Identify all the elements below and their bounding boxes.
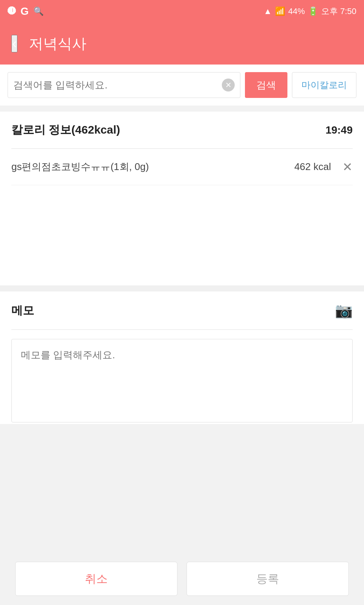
food-item-delete-button[interactable]: ✕ xyxy=(342,161,353,173)
food-item-name: gs편의점초코빙수ㅠㅠ(1회, 0g) xyxy=(11,160,294,173)
calorie-info-title: 칼로리 정보(462kcal) xyxy=(11,122,120,138)
action-buttons: 취소 등록 xyxy=(0,553,364,605)
memo-input-wrapper xyxy=(11,339,353,424)
section-separator xyxy=(0,285,364,291)
bottom-space xyxy=(0,433,364,479)
memo-section: 메모 📷 xyxy=(0,291,364,424)
action-button-spacer xyxy=(0,479,364,531)
calorie-item-list: gs편의점초코빙수ㅠㅠ(1회, 0g) 462 kcal ✕ xyxy=(11,149,353,285)
time-display: 오후 7:50 xyxy=(321,6,356,17)
page-title: 저녁식사 xyxy=(29,34,86,54)
u-icon: 🅤 xyxy=(8,6,16,16)
search-section: ✕ 검색 마이칼로리 xyxy=(0,65,364,106)
food-item: gs편의점초코빙수ㅠㅠ(1회, 0g) 462 kcal ✕ xyxy=(11,149,353,185)
signal-icon: 📶 xyxy=(275,6,285,16)
calorie-info-header: 칼로리 정보(462kcal) 19:49 xyxy=(11,112,353,149)
search-button[interactable]: 검색 xyxy=(245,72,287,98)
g-icon: G xyxy=(20,5,29,17)
battery-level: 44% xyxy=(288,6,305,16)
camera-button[interactable]: 📷 xyxy=(335,302,353,319)
search-icon: 🔍 xyxy=(33,6,44,16)
search-input[interactable] xyxy=(13,79,222,91)
app-header: ‹ 저녁식사 xyxy=(0,23,364,65)
search-input-wrapper: ✕ xyxy=(8,72,240,98)
memo-textarea[interactable] xyxy=(11,339,353,422)
cancel-button[interactable]: 취소 xyxy=(15,562,177,596)
status-bar-left: 🅤 G 🔍 xyxy=(8,5,44,17)
memo-title: 메모 xyxy=(11,303,34,318)
food-item-kcal: 462 kcal xyxy=(294,161,331,173)
status-bar-right: ▲ 📶 44% 🔋 오후 7:50 xyxy=(264,6,356,17)
camera-icon: 📷 xyxy=(335,302,353,318)
calorie-info-time: 19:49 xyxy=(325,124,353,136)
back-button[interactable]: ‹ xyxy=(11,35,17,52)
calorie-info-section: 칼로리 정보(462kcal) 19:49 gs편의점초코빙수ㅠㅠ(1회, 0g… xyxy=(0,112,364,285)
wifi-icon: ▲ xyxy=(264,6,272,16)
search-clear-button[interactable]: ✕ xyxy=(222,79,235,91)
my-calorie-button[interactable]: 마이칼로리 xyxy=(292,72,356,98)
register-button[interactable]: 등록 xyxy=(187,562,349,596)
memo-header: 메모 📷 xyxy=(11,291,353,330)
battery-icon: 🔋 xyxy=(308,6,318,16)
status-bar: 🅤 G 🔍 ▲ 📶 44% 🔋 오후 7:50 xyxy=(0,0,364,23)
